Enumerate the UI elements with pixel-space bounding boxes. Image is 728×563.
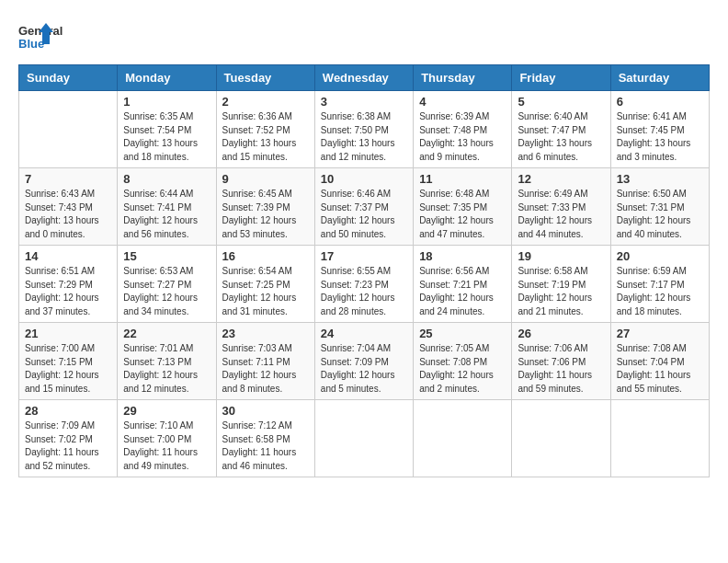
calendar-cell: 7Sunrise: 6:43 AM Sunset: 7:43 PM Daylig…: [19, 168, 118, 246]
weekday-header-thursday: Thursday: [414, 65, 512, 91]
calendar-cell: 10Sunrise: 6:46 AM Sunset: 7:37 PM Dayli…: [314, 168, 413, 246]
day-number: 1: [123, 95, 210, 109]
calendar-week-row: 7Sunrise: 6:43 AM Sunset: 7:43 PM Daylig…: [19, 168, 710, 246]
day-number: 13: [617, 172, 703, 186]
logo-icon: General Blue: [18, 18, 92, 55]
logo: General Blue: [18, 18, 92, 55]
day-number: 7: [25, 172, 111, 186]
calendar-cell: 13Sunrise: 6:50 AM Sunset: 7:31 PM Dayli…: [610, 168, 709, 246]
day-info: Sunrise: 7:08 AM Sunset: 7:04 PM Dayligh…: [617, 342, 703, 396]
day-number: 22: [123, 327, 210, 340]
day-number: 26: [518, 327, 604, 340]
calendar-week-row: 14Sunrise: 6:51 AM Sunset: 7:29 PM Dayli…: [19, 246, 710, 323]
calendar-week-row: 1Sunrise: 6:35 AM Sunset: 7:54 PM Daylig…: [19, 91, 710, 168]
calendar-cell: 8Sunrise: 6:44 AM Sunset: 7:41 PM Daylig…: [118, 168, 216, 246]
day-number: 12: [518, 172, 604, 186]
calendar-cell: 6Sunrise: 6:41 AM Sunset: 7:45 PM Daylig…: [610, 91, 709, 168]
calendar-cell: 29Sunrise: 7:10 AM Sunset: 7:00 PM Dayli…: [118, 400, 216, 477]
calendar-cell: 21Sunrise: 7:00 AM Sunset: 7:15 PM Dayli…: [19, 323, 118, 400]
day-number: 29: [123, 404, 210, 418]
calendar-cell: 22Sunrise: 7:01 AM Sunset: 7:13 PM Dayli…: [118, 323, 216, 400]
day-number: 28: [25, 404, 111, 418]
day-info: Sunrise: 6:40 AM Sunset: 7:47 PM Dayligh…: [518, 110, 604, 164]
calendar-cell: 12Sunrise: 6:49 AM Sunset: 7:33 PM Dayli…: [512, 168, 610, 246]
calendar-cell: [610, 400, 709, 477]
day-info: Sunrise: 6:49 AM Sunset: 7:33 PM Dayligh…: [518, 188, 604, 241]
day-number: 10: [321, 172, 407, 186]
calendar-cell: 14Sunrise: 6:51 AM Sunset: 7:29 PM Dayli…: [19, 246, 118, 323]
calendar-cell: 9Sunrise: 6:45 AM Sunset: 7:39 PM Daylig…: [216, 168, 314, 246]
day-info: Sunrise: 7:00 AM Sunset: 7:15 PM Dayligh…: [25, 342, 111, 396]
day-number: 9: [222, 172, 309, 186]
day-info: Sunrise: 6:56 AM Sunset: 7:21 PM Dayligh…: [419, 265, 506, 318]
calendar-cell: 30Sunrise: 7:12 AM Sunset: 6:58 PM Dayli…: [216, 400, 314, 477]
day-info: Sunrise: 7:04 AM Sunset: 7:09 PM Dayligh…: [321, 342, 407, 396]
day-info: Sunrise: 6:44 AM Sunset: 7:41 PM Dayligh…: [123, 188, 210, 241]
weekday-header-sunday: Sunday: [19, 65, 118, 91]
day-number: 5: [518, 95, 604, 109]
day-info: Sunrise: 6:43 AM Sunset: 7:43 PM Dayligh…: [25, 188, 111, 241]
day-info: Sunrise: 6:45 AM Sunset: 7:39 PM Dayligh…: [222, 188, 309, 241]
day-number: 3: [321, 95, 407, 109]
calendar-cell: 26Sunrise: 7:06 AM Sunset: 7:06 PM Dayli…: [512, 323, 610, 400]
calendar-cell: 1Sunrise: 6:35 AM Sunset: 7:54 PM Daylig…: [118, 91, 216, 168]
day-info: Sunrise: 6:58 AM Sunset: 7:19 PM Dayligh…: [518, 265, 604, 318]
day-number: 2: [222, 95, 309, 109]
page-header: General Blue: [18, 18, 710, 55]
day-info: Sunrise: 6:50 AM Sunset: 7:31 PM Dayligh…: [617, 188, 703, 241]
day-number: 8: [123, 172, 210, 186]
calendar-cell: 23Sunrise: 7:03 AM Sunset: 7:11 PM Dayli…: [216, 323, 314, 400]
day-info: Sunrise: 6:46 AM Sunset: 7:37 PM Dayligh…: [321, 188, 407, 241]
weekday-header-saturday: Saturday: [610, 65, 709, 91]
day-number: 27: [617, 327, 703, 340]
calendar-cell: 25Sunrise: 7:05 AM Sunset: 7:08 PM Dayli…: [414, 323, 512, 400]
calendar-cell: [512, 400, 610, 477]
calendar-cell: 17Sunrise: 6:55 AM Sunset: 7:23 PM Dayli…: [314, 246, 413, 323]
calendar-cell: 3Sunrise: 6:38 AM Sunset: 7:50 PM Daylig…: [314, 91, 413, 168]
calendar-cell: 2Sunrise: 6:36 AM Sunset: 7:52 PM Daylig…: [216, 91, 314, 168]
day-number: 4: [419, 95, 506, 109]
weekday-header-row: SundayMondayTuesdayWednesdayThursdayFrid…: [19, 65, 710, 91]
calendar-cell: 15Sunrise: 6:53 AM Sunset: 7:27 PM Dayli…: [118, 246, 216, 323]
calendar-cell: [414, 400, 512, 477]
day-number: 6: [617, 95, 703, 109]
day-number: 19: [518, 249, 604, 263]
day-number: 25: [419, 327, 506, 340]
day-number: 16: [222, 249, 309, 263]
day-number: 23: [222, 327, 309, 340]
day-info: Sunrise: 7:06 AM Sunset: 7:06 PM Dayligh…: [518, 342, 604, 396]
day-info: Sunrise: 6:39 AM Sunset: 7:48 PM Dayligh…: [419, 110, 506, 164]
day-info: Sunrise: 6:35 AM Sunset: 7:54 PM Dayligh…: [123, 110, 210, 164]
calendar-cell: 4Sunrise: 6:39 AM Sunset: 7:48 PM Daylig…: [414, 91, 512, 168]
calendar-cell: 20Sunrise: 6:59 AM Sunset: 7:17 PM Dayli…: [610, 246, 709, 323]
day-number: 20: [617, 249, 703, 263]
calendar-cell: 28Sunrise: 7:09 AM Sunset: 7:02 PM Dayli…: [19, 400, 118, 477]
day-info: Sunrise: 7:09 AM Sunset: 7:02 PM Dayligh…: [25, 419, 111, 473]
day-number: 15: [123, 249, 210, 263]
day-info: Sunrise: 7:10 AM Sunset: 7:00 PM Dayligh…: [123, 419, 210, 473]
calendar-week-row: 21Sunrise: 7:00 AM Sunset: 7:15 PM Dayli…: [19, 323, 710, 400]
day-info: Sunrise: 7:01 AM Sunset: 7:13 PM Dayligh…: [123, 342, 210, 396]
day-number: 30: [222, 404, 309, 418]
day-info: Sunrise: 6:54 AM Sunset: 7:25 PM Dayligh…: [222, 265, 309, 318]
day-number: 21: [25, 327, 111, 340]
calendar-cell: 24Sunrise: 7:04 AM Sunset: 7:09 PM Dayli…: [314, 323, 413, 400]
calendar-cell: 27Sunrise: 7:08 AM Sunset: 7:04 PM Dayli…: [610, 323, 709, 400]
weekday-header-monday: Monday: [118, 65, 216, 91]
day-info: Sunrise: 6:38 AM Sunset: 7:50 PM Dayligh…: [321, 110, 407, 164]
calendar-cell: 5Sunrise: 6:40 AM Sunset: 7:47 PM Daylig…: [512, 91, 610, 168]
weekday-header-tuesday: Tuesday: [216, 65, 314, 91]
day-info: Sunrise: 6:48 AM Sunset: 7:35 PM Dayligh…: [419, 188, 506, 241]
day-number: 11: [419, 172, 506, 186]
calendar-cell: [19, 91, 118, 168]
day-info: Sunrise: 7:03 AM Sunset: 7:11 PM Dayligh…: [222, 342, 309, 396]
calendar-cell: 11Sunrise: 6:48 AM Sunset: 7:35 PM Dayli…: [414, 168, 512, 246]
day-info: Sunrise: 6:53 AM Sunset: 7:27 PM Dayligh…: [123, 265, 210, 318]
day-number: 18: [419, 249, 506, 263]
svg-text:Blue: Blue: [18, 37, 44, 51]
calendar-week-row: 28Sunrise: 7:09 AM Sunset: 7:02 PM Dayli…: [19, 400, 710, 477]
weekday-header-wednesday: Wednesday: [314, 65, 413, 91]
day-info: Sunrise: 7:12 AM Sunset: 6:58 PM Dayligh…: [222, 419, 309, 473]
day-info: Sunrise: 7:05 AM Sunset: 7:08 PM Dayligh…: [419, 342, 506, 396]
day-info: Sunrise: 6:51 AM Sunset: 7:29 PM Dayligh…: [25, 265, 111, 318]
